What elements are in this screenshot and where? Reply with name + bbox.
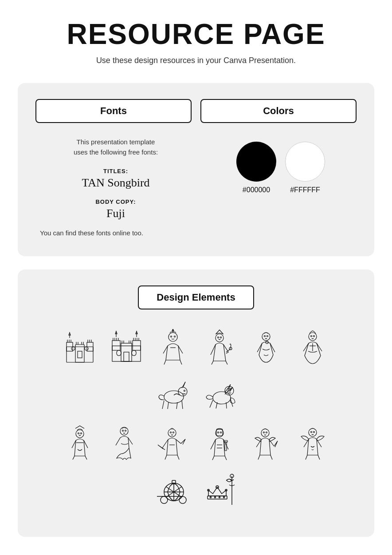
colors-col: #000000 #FFFFFF (205, 137, 357, 237)
svg-point-89 (172, 432, 174, 433)
page-subtitle: Use these design resources in your Canva… (67, 56, 325, 65)
element-castle1 (59, 325, 101, 368)
element-elf (152, 421, 194, 464)
title-font-entry: TITLES: TAN Songbird (40, 168, 192, 190)
svg-point-82 (120, 427, 128, 435)
svg-line-43 (164, 360, 166, 365)
svg-line-104 (306, 455, 307, 460)
fonts-description: This presentation template uses the foll… (40, 137, 192, 157)
design-elements-badge: Design Elements (138, 285, 254, 309)
svg-line-70 (182, 400, 183, 409)
svg-line-67 (162, 400, 164, 409)
element-dragon (198, 372, 240, 414)
svg-point-72 (213, 392, 231, 404)
svg-point-84 (125, 430, 126, 431)
body-font-entry: BODY COPY: Fuji (40, 198, 192, 220)
svg-point-56 (264, 335, 265, 337)
svg-point-42 (169, 333, 177, 341)
color-swatch-white (285, 142, 325, 182)
svg-point-52 (217, 337, 219, 338)
element-witch (59, 421, 101, 464)
svg-rect-3 (75, 345, 84, 362)
element-fairy-warrior (245, 421, 287, 464)
page-header: RESOURCE PAGE Use these design resources… (67, 18, 325, 65)
svg-point-61 (313, 335, 314, 337)
color-black-wrap: #000000 (236, 142, 276, 194)
svg-point-59 (309, 333, 317, 341)
svg-rect-20 (112, 341, 120, 350)
svg-point-125 (223, 496, 224, 498)
svg-point-113 (161, 496, 168, 503)
title-font-label: TITLES: (40, 168, 192, 174)
svg-rect-23 (124, 352, 129, 361)
element-queen (291, 325, 333, 368)
svg-point-81 (80, 432, 82, 434)
svg-rect-0 (67, 347, 93, 362)
svg-line-91 (212, 456, 214, 460)
element-knight (198, 421, 240, 464)
svg-point-49 (216, 334, 223, 342)
element-mermaid (105, 421, 147, 464)
svg-point-95 (220, 432, 221, 433)
fonts-colors-card: Fonts Colors This presentation template … (18, 83, 374, 256)
svg-point-98 (261, 429, 269, 437)
svg-line-99 (258, 455, 260, 460)
svg-point-102 (266, 432, 267, 433)
element-carriage (152, 468, 194, 510)
svg-line-105 (318, 455, 320, 460)
svg-line-92 (225, 456, 227, 460)
color-swatch-black (236, 142, 276, 182)
svg-point-94 (217, 432, 219, 433)
color-hex-white: #FFFFFF (290, 186, 320, 194)
svg-point-80 (78, 432, 79, 434)
svg-line-68 (168, 402, 169, 409)
svg-point-123 (214, 496, 216, 498)
svg-point-79 (76, 430, 84, 438)
svg-point-60 (310, 335, 312, 337)
svg-point-71 (184, 390, 185, 391)
svg-point-46 (174, 336, 175, 337)
element-crown-scepter (198, 468, 240, 510)
fonts-col: This presentation template uses the foll… (35, 137, 196, 237)
fonts-colors-body: This presentation template uses the foll… (35, 137, 357, 237)
svg-rect-21 (133, 341, 141, 350)
svg-line-44 (180, 360, 182, 365)
fonts-note: You can find these fonts online too. (40, 229, 192, 237)
svg-line-100 (270, 455, 272, 460)
color-swatches: #000000 #FFFFFF (236, 142, 325, 194)
svg-point-18 (85, 347, 88, 350)
svg-point-101 (263, 432, 264, 433)
element-prince (152, 325, 194, 368)
color-white-wrap: #FFFFFF (285, 142, 325, 194)
body-font-label: BODY COPY: (40, 198, 192, 205)
element-unicorn (152, 372, 194, 414)
svg-point-55 (262, 333, 270, 341)
element-princess (245, 325, 287, 368)
svg-rect-4 (78, 351, 82, 358)
svg-point-53 (220, 337, 221, 338)
page-title: RESOURCE PAGE (67, 18, 325, 51)
title-font-name: TAN Songbird (40, 176, 192, 190)
element-castle2 (105, 325, 147, 368)
colors-badge: Colors (200, 99, 357, 123)
svg-point-45 (170, 336, 172, 337)
svg-line-50 (212, 361, 213, 365)
element-fairy-girl (291, 421, 333, 464)
svg-point-17 (71, 347, 75, 350)
svg-point-122 (210, 496, 211, 498)
svg-point-83 (122, 430, 123, 431)
elements-row-1 (35, 325, 357, 414)
svg-point-114 (179, 496, 186, 503)
svg-line-74 (210, 400, 213, 408)
fonts-badge: Fonts (35, 99, 192, 123)
svg-point-64 (164, 391, 184, 403)
svg-point-124 (219, 496, 220, 498)
svg-point-103 (309, 428, 317, 436)
svg-line-86 (165, 455, 167, 460)
color-hex-black: #000000 (243, 186, 270, 194)
design-elements-card: Design Elements (18, 270, 374, 537)
design-elements-header: Design Elements (35, 285, 357, 309)
svg-line-87 (177, 455, 179, 460)
design-elements-label: Design Elements (157, 292, 235, 303)
elements-row-2 (35, 421, 357, 510)
